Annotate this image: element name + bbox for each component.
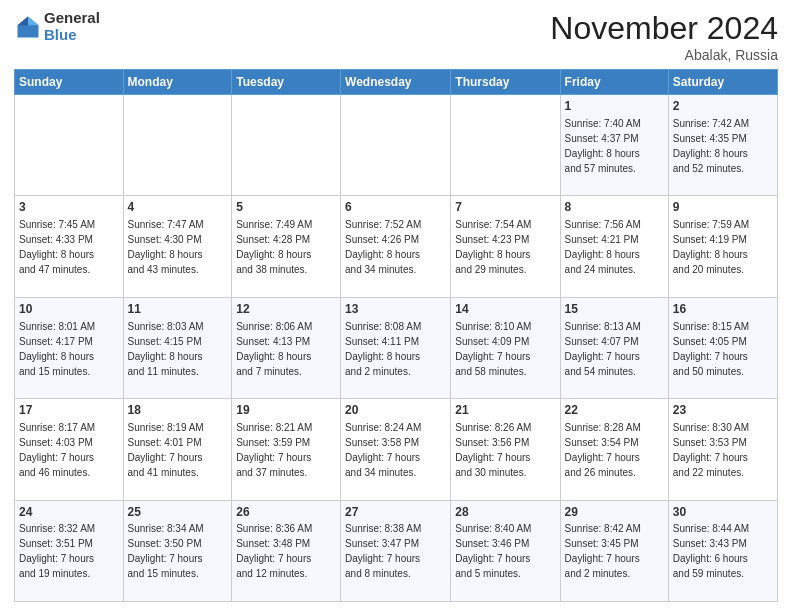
day-info: Sunrise: 7:45 AMSunset: 4:33 PMDaylight:…: [19, 219, 95, 275]
day-number: 4: [128, 199, 228, 216]
day-number: 2: [673, 98, 773, 115]
weekday-sunday: Sunday: [15, 70, 124, 95]
calendar-cell: 8Sunrise: 7:56 AMSunset: 4:21 PMDaylight…: [560, 196, 668, 297]
calendar-cell: 4Sunrise: 7:47 AMSunset: 4:30 PMDaylight…: [123, 196, 232, 297]
day-info: Sunrise: 7:40 AMSunset: 4:37 PMDaylight:…: [565, 118, 641, 174]
day-info: Sunrise: 8:36 AMSunset: 3:48 PMDaylight:…: [236, 523, 312, 579]
day-number: 16: [673, 301, 773, 318]
calendar-cell: 15Sunrise: 8:13 AMSunset: 4:07 PMDayligh…: [560, 297, 668, 398]
calendar-cell: [232, 95, 341, 196]
calendar-cell: 29Sunrise: 8:42 AMSunset: 3:45 PMDayligh…: [560, 500, 668, 601]
day-number: 13: [345, 301, 446, 318]
calendar-cell: 16Sunrise: 8:15 AMSunset: 4:05 PMDayligh…: [668, 297, 777, 398]
day-info: Sunrise: 8:01 AMSunset: 4:17 PMDaylight:…: [19, 321, 95, 377]
day-info: Sunrise: 8:30 AMSunset: 3:53 PMDaylight:…: [673, 422, 749, 478]
calendar-week-0: 1Sunrise: 7:40 AMSunset: 4:37 PMDaylight…: [15, 95, 778, 196]
day-number: 30: [673, 504, 773, 521]
day-info: Sunrise: 7:47 AMSunset: 4:30 PMDaylight:…: [128, 219, 204, 275]
calendar-cell: 6Sunrise: 7:52 AMSunset: 4:26 PMDaylight…: [341, 196, 451, 297]
day-number: 19: [236, 402, 336, 419]
logo-icon: [14, 13, 42, 41]
weekday-row: Sunday Monday Tuesday Wednesday Thursday…: [15, 70, 778, 95]
calendar-cell: 18Sunrise: 8:19 AMSunset: 4:01 PMDayligh…: [123, 399, 232, 500]
logo-blue-text: Blue: [44, 27, 100, 44]
day-info: Sunrise: 8:19 AMSunset: 4:01 PMDaylight:…: [128, 422, 204, 478]
day-number: 22: [565, 402, 664, 419]
day-info: Sunrise: 8:24 AMSunset: 3:58 PMDaylight:…: [345, 422, 421, 478]
day-number: 11: [128, 301, 228, 318]
day-number: 3: [19, 199, 119, 216]
calendar-header: Sunday Monday Tuesday Wednesday Thursday…: [15, 70, 778, 95]
logo-text: General Blue: [44, 10, 100, 43]
weekday-wednesday: Wednesday: [341, 70, 451, 95]
day-info: Sunrise: 8:28 AMSunset: 3:54 PMDaylight:…: [565, 422, 641, 478]
day-info: Sunrise: 8:13 AMSunset: 4:07 PMDaylight:…: [565, 321, 641, 377]
calendar-week-1: 3Sunrise: 7:45 AMSunset: 4:33 PMDaylight…: [15, 196, 778, 297]
weekday-monday: Monday: [123, 70, 232, 95]
day-info: Sunrise: 8:38 AMSunset: 3:47 PMDaylight:…: [345, 523, 421, 579]
header: General Blue November 2024 Abalak, Russi…: [14, 10, 778, 63]
calendar-cell: [123, 95, 232, 196]
day-info: Sunrise: 8:06 AMSunset: 4:13 PMDaylight:…: [236, 321, 312, 377]
calendar-cell: 7Sunrise: 7:54 AMSunset: 4:23 PMDaylight…: [451, 196, 560, 297]
title-area: November 2024 Abalak, Russia: [550, 10, 778, 63]
day-number: 7: [455, 199, 555, 216]
day-info: Sunrise: 8:32 AMSunset: 3:51 PMDaylight:…: [19, 523, 95, 579]
calendar-cell: 24Sunrise: 8:32 AMSunset: 3:51 PMDayligh…: [15, 500, 124, 601]
calendar-cell: 22Sunrise: 8:28 AMSunset: 3:54 PMDayligh…: [560, 399, 668, 500]
day-info: Sunrise: 8:40 AMSunset: 3:46 PMDaylight:…: [455, 523, 531, 579]
calendar-cell: 5Sunrise: 7:49 AMSunset: 4:28 PMDaylight…: [232, 196, 341, 297]
day-number: 10: [19, 301, 119, 318]
day-number: 12: [236, 301, 336, 318]
day-number: 18: [128, 402, 228, 419]
svg-marker-2: [18, 16, 29, 25]
calendar-cell: [15, 95, 124, 196]
day-number: 17: [19, 402, 119, 419]
day-info: Sunrise: 8:10 AMSunset: 4:09 PMDaylight:…: [455, 321, 531, 377]
calendar-cell: 9Sunrise: 7:59 AMSunset: 4:19 PMDaylight…: [668, 196, 777, 297]
calendar-cell: 17Sunrise: 8:17 AMSunset: 4:03 PMDayligh…: [15, 399, 124, 500]
day-info: Sunrise: 7:56 AMSunset: 4:21 PMDaylight:…: [565, 219, 641, 275]
day-info: Sunrise: 8:17 AMSunset: 4:03 PMDaylight:…: [19, 422, 95, 478]
weekday-thursday: Thursday: [451, 70, 560, 95]
calendar-cell: 1Sunrise: 7:40 AMSunset: 4:37 PMDaylight…: [560, 95, 668, 196]
calendar-week-4: 24Sunrise: 8:32 AMSunset: 3:51 PMDayligh…: [15, 500, 778, 601]
calendar-cell: [451, 95, 560, 196]
calendar-cell: 23Sunrise: 8:30 AMSunset: 3:53 PMDayligh…: [668, 399, 777, 500]
day-info: Sunrise: 8:26 AMSunset: 3:56 PMDaylight:…: [455, 422, 531, 478]
calendar-cell: 21Sunrise: 8:26 AMSunset: 3:56 PMDayligh…: [451, 399, 560, 500]
day-number: 14: [455, 301, 555, 318]
calendar-table: Sunday Monday Tuesday Wednesday Thursday…: [14, 69, 778, 602]
day-number: 6: [345, 199, 446, 216]
day-number: 27: [345, 504, 446, 521]
day-number: 21: [455, 402, 555, 419]
day-info: Sunrise: 7:42 AMSunset: 4:35 PMDaylight:…: [673, 118, 749, 174]
calendar-cell: 2Sunrise: 7:42 AMSunset: 4:35 PMDaylight…: [668, 95, 777, 196]
day-number: 1: [565, 98, 664, 115]
day-number: 15: [565, 301, 664, 318]
month-title: November 2024: [550, 10, 778, 47]
calendar-cell: 20Sunrise: 8:24 AMSunset: 3:58 PMDayligh…: [341, 399, 451, 500]
day-number: 24: [19, 504, 119, 521]
calendar-cell: 28Sunrise: 8:40 AMSunset: 3:46 PMDayligh…: [451, 500, 560, 601]
day-info: Sunrise: 8:03 AMSunset: 4:15 PMDaylight:…: [128, 321, 204, 377]
day-number: 9: [673, 199, 773, 216]
weekday-saturday: Saturday: [668, 70, 777, 95]
day-number: 28: [455, 504, 555, 521]
calendar-page: General Blue November 2024 Abalak, Russi…: [0, 0, 792, 612]
day-info: Sunrise: 8:42 AMSunset: 3:45 PMDaylight:…: [565, 523, 641, 579]
calendar-cell: 13Sunrise: 8:08 AMSunset: 4:11 PMDayligh…: [341, 297, 451, 398]
day-number: 5: [236, 199, 336, 216]
calendar-cell: 19Sunrise: 8:21 AMSunset: 3:59 PMDayligh…: [232, 399, 341, 500]
day-info: Sunrise: 8:21 AMSunset: 3:59 PMDaylight:…: [236, 422, 312, 478]
weekday-tuesday: Tuesday: [232, 70, 341, 95]
weekday-friday: Friday: [560, 70, 668, 95]
calendar-cell: 30Sunrise: 8:44 AMSunset: 3:43 PMDayligh…: [668, 500, 777, 601]
logo: General Blue: [14, 10, 100, 43]
day-number: 29: [565, 504, 664, 521]
day-number: 20: [345, 402, 446, 419]
logo-general-text: General: [44, 10, 100, 27]
day-info: Sunrise: 8:08 AMSunset: 4:11 PMDaylight:…: [345, 321, 421, 377]
day-number: 8: [565, 199, 664, 216]
calendar-week-3: 17Sunrise: 8:17 AMSunset: 4:03 PMDayligh…: [15, 399, 778, 500]
